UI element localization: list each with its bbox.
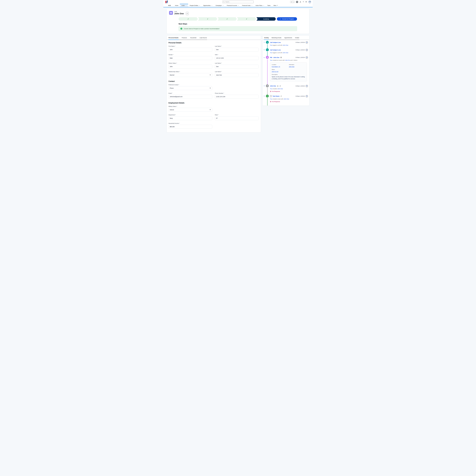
- status-badge: No Response: [270, 91, 308, 92]
- row-actions-dropdown[interactable]: [306, 85, 308, 87]
- ssn-field[interactable]: [215, 56, 258, 60]
- search-input[interactable]: [225, 1, 253, 2]
- expand-chevron-right-icon[interactable]: [264, 48, 266, 56]
- expand-chevron-right-icon[interactable]: [264, 85, 266, 95]
- task-checklist-icon: [266, 95, 269, 98]
- contact-link[interactable]: John Doe: [283, 44, 288, 46]
- location-label: Location: [272, 64, 289, 65]
- preferred-contact-select[interactable]: Phone: [169, 86, 212, 90]
- relationship-status-label: Relationship Status *: [169, 71, 212, 72]
- hierarchy-icon: [187, 13, 188, 14]
- tab-activity[interactable]: Activity: [264, 36, 269, 40]
- tab-chatter[interactable]: Chatter: [295, 36, 299, 40]
- department-field[interactable]: [169, 116, 212, 120]
- tab-appointments[interactable]: Appointments: [284, 36, 292, 40]
- paperclip-icon: [279, 85, 281, 87]
- help-icon[interactable]: ?: [303, 1, 304, 3]
- section-heading-employment: Employment Details: [169, 102, 258, 104]
- you-link[interactable]: You: [270, 60, 272, 61]
- convert-to-prospect-button[interactable]: ✓ Convert to Prospect: [277, 17, 297, 21]
- activity-title-link[interactable]: Call Subject Line: [270, 49, 281, 51]
- rank-field[interactable]: [215, 116, 258, 120]
- contact-link[interactable]: John Doe: [277, 88, 283, 89]
- activity-title-link[interactable]: PIE - John Doe: [270, 57, 279, 58]
- contact-link[interactable]: John Do: [285, 60, 290, 61]
- last-name-label: Last Name *: [215, 46, 258, 47]
- nav-tab-financial-accounts[interactable]: Financial Accounts: [225, 4, 240, 7]
- path-stage-complete-1[interactable]: ✓: [179, 17, 198, 21]
- phone-number-field[interactable]: [215, 95, 258, 99]
- trailhead-icon[interactable]: [300, 1, 301, 3]
- expand-chevron-right-icon[interactable]: [264, 41, 266, 48]
- nav-tab-home[interactable]: Home: [173, 4, 180, 7]
- activity-title-link[interactable]: Task Name: [272, 95, 279, 97]
- quick-add-icon[interactable]: +: [296, 1, 298, 3]
- nav-tab-campaigns[interactable]: Campaigns: [214, 4, 225, 7]
- activity-timestamp: 9:00am | 3/20/24: [296, 57, 305, 58]
- tab-finances[interactable]: Finances: [182, 36, 187, 40]
- guidance-banner-text: Convert client to Prospect to make a pro…: [184, 28, 220, 29]
- expand-chevron-right-icon[interactable]: [264, 95, 266, 106]
- favorite-star-icon[interactable]: ★: [290, 1, 293, 3]
- collapse-chevron-down-icon[interactable]: [264, 56, 266, 85]
- email-field[interactable]: [169, 95, 212, 99]
- event-calendar-icon: [266, 56, 269, 59]
- row-actions-dropdown[interactable]: [306, 49, 308, 51]
- nav-tab-opportunities[interactable]: Opportunities: [202, 4, 214, 7]
- relationship-status-select[interactable]: Married: [169, 73, 212, 77]
- tab-marketing-emails[interactable]: Marketing Emails: [272, 36, 282, 40]
- activity-title-link[interactable]: John Doe: [270, 85, 276, 87]
- globe-icon: [280, 57, 282, 58]
- contact-link[interactable]: John Doe: [284, 98, 289, 100]
- guidance-banner: ✓ Convert client to Prospect to make a p…: [179, 26, 297, 31]
- favorites-caret-icon[interactable]: [293, 1, 295, 3]
- timeline-item-call: Call Subject Line 9:00am | 3/20/24 You l…: [264, 41, 308, 48]
- you-link[interactable]: You: [270, 44, 272, 46]
- event-description: Spoke on the phone to learn if he was in…: [272, 76, 305, 80]
- last-name-2-field[interactable]: [215, 65, 258, 68]
- you-link[interactable]: You: [270, 52, 272, 53]
- event-date-link[interactable]: 2024-10-16: [272, 71, 278, 72]
- attendee-link[interactable]: John Doe: [289, 66, 294, 68]
- first-name-field[interactable]: [169, 48, 212, 51]
- global-search[interactable]: [222, 1, 254, 3]
- you-link[interactable]: You: [270, 98, 272, 100]
- path-stage-complete-4[interactable]: ✓: [237, 17, 256, 21]
- row-actions-dropdown[interactable]: [306, 41, 308, 44]
- path-stage-current[interactable]: Qualifying: [256, 17, 276, 21]
- nav-tab-people-entities[interactable]: People/ Entities: [188, 4, 202, 7]
- row-actions-dropdown[interactable]: [306, 56, 308, 59]
- nav-tab-tasks[interactable]: Tasks: [266, 4, 272, 7]
- military-status-select[interactable]: Acticve: [169, 108, 212, 112]
- app-launcher-icon[interactable]: [165, 5, 167, 6]
- email-envelope-icon: [266, 85, 269, 87]
- lead-header-card: Lead John Doe ✓ ✓ ✓ ✓ Qualifying ✓ Conve…: [167, 9, 309, 34]
- tab-lead-source[interactable]: Lead Source: [199, 36, 207, 40]
- notifications-bell-icon[interactable]: [305, 1, 307, 3]
- you-link[interactable]: You: [270, 88, 272, 89]
- task-checkbox[interactable]: [270, 95, 272, 97]
- path-stage-complete-3[interactable]: ✓: [218, 17, 237, 21]
- nav-tab-financial-goals[interactable]: Financial Goals: [240, 4, 254, 7]
- row-actions-dropdown[interactable]: [306, 95, 308, 97]
- favorites-split-button[interactable]: ★: [290, 1, 295, 3]
- nav-tab-more[interactable]: More: [272, 4, 279, 7]
- activity-timestamp: 9:00am | 3/20/24: [296, 85, 305, 87]
- hierarchy-button[interactable]: [186, 12, 189, 15]
- last-name-field[interactable]: [215, 48, 258, 51]
- tab-household[interactable]: Household: [190, 36, 197, 40]
- gender-field[interactable]: [169, 56, 212, 60]
- company-logo: [165, 0, 168, 3]
- household-income-field[interactable]: [169, 125, 212, 129]
- user-avatar[interactable]: [308, 0, 311, 3]
- citizen-status-field[interactable]: [169, 65, 212, 68]
- tab-personal-details[interactable]: Personal Details: [168, 36, 179, 40]
- last-name-3-field[interactable]: [215, 73, 258, 77]
- path-stage-complete-2[interactable]: ✓: [198, 17, 217, 21]
- location-link[interactable]: Fort Worth, TX: [272, 66, 280, 68]
- contact-link[interactable]: John Doe: [283, 52, 288, 53]
- check-icon: ✓: [246, 18, 247, 20]
- activity-title-link[interactable]: Call Subject Line: [270, 42, 281, 43]
- nav-tab-leads[interactable]: Leads: [180, 4, 188, 7]
- nav-tab-action-plans[interactable]: Action Plans: [254, 4, 266, 7]
